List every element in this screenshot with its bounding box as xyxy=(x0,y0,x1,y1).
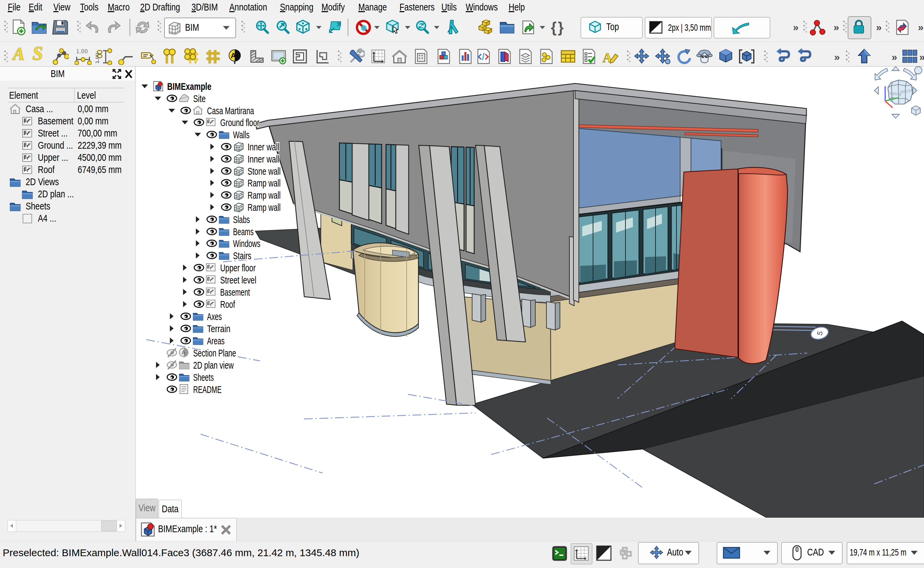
svg-text:Terrain: Terrain xyxy=(207,323,230,334)
svg-text:Ramp wall: Ramp wall xyxy=(247,178,280,189)
svg-text:Ground floor: Ground floor xyxy=(220,117,259,128)
svg-text:Street level: Street level xyxy=(220,275,256,286)
svg-text:Ramp wall: Ramp wall xyxy=(247,190,280,201)
svg-text:BIMExample: BIMExample xyxy=(167,81,211,92)
svg-text:1.00: 1.00 xyxy=(76,48,88,55)
svg-text:Upper floor: Upper floor xyxy=(220,263,256,273)
svg-text:Areas: Areas xyxy=(207,335,225,346)
svg-text:Inner wall: Inner wall xyxy=(247,154,279,165)
svg-text:Stairs: Stairs xyxy=(233,251,251,261)
svg-text:Basement: Basement xyxy=(220,287,250,298)
svg-text:Beams: Beams xyxy=(233,227,254,237)
svg-text:Inner wall: Inner wall xyxy=(247,142,279,153)
svg-text:Roof: Roof xyxy=(220,299,235,310)
svg-text:Axes: Axes xyxy=(207,311,222,322)
svg-text:Section Plane: Section Plane xyxy=(193,348,236,358)
svg-text:Stone wall: Stone wall xyxy=(247,166,280,177)
svg-text:Site: Site xyxy=(193,93,206,104)
svg-text:README: README xyxy=(193,384,222,395)
svg-text:Sheets: Sheets xyxy=(193,372,214,383)
svg-text:Walls: Walls xyxy=(233,129,250,140)
svg-text:Casa Martirana: Casa Martirana xyxy=(207,106,254,116)
svg-text:Windows: Windows xyxy=(233,238,261,249)
svg-text:Ramp wall: Ramp wall xyxy=(247,202,280,213)
svg-text:A: A xyxy=(231,51,236,60)
svg-text:Slabs: Slabs xyxy=(233,214,250,225)
svg-text:2D plan view: 2D plan view xyxy=(193,360,234,371)
